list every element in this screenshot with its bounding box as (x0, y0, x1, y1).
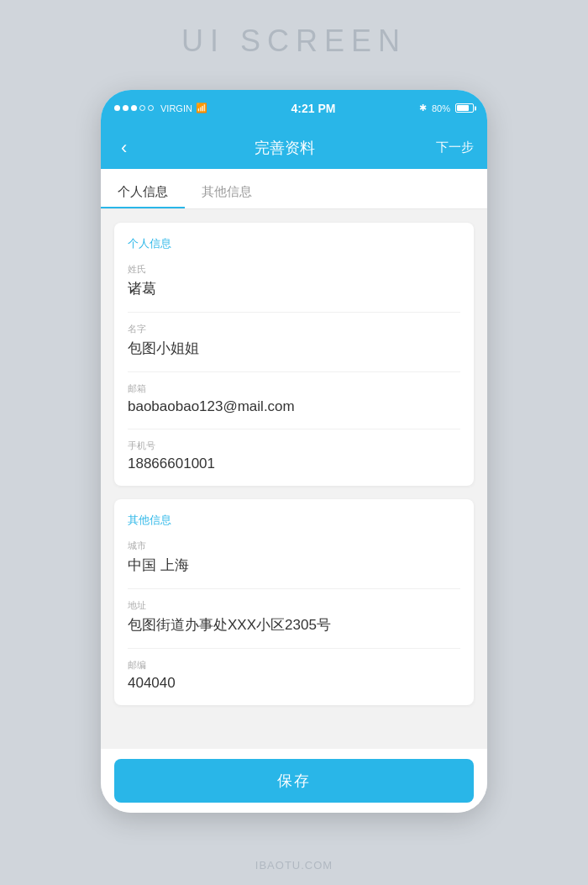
content-area: 个人信息 姓氏 诸葛 名字 包图小姐姐 邮箱 baobaobao123@mail… (101, 209, 487, 749)
bottom-label: IBAOTU.COM (255, 859, 333, 872)
field-zipcode-label: 邮编 (128, 659, 460, 672)
next-button[interactable]: 下一步 (436, 140, 474, 155)
tab-personal-info[interactable]: 个人信息 (101, 176, 185, 208)
field-phone-value: 18866601001 (128, 456, 460, 472)
field-surname: 姓氏 诸葛 (128, 263, 460, 298)
phone-frame: VIRGIN 📶 4:21 PM ✱ 80% ‹ 完善资料 下一步 个人信息 其… (101, 90, 487, 813)
personal-info-card: 个人信息 姓氏 诸葛 名字 包图小姐姐 邮箱 baobaobao123@mail… (114, 223, 474, 486)
other-info-card: 其他信息 城市 中国 上海 地址 包图街道办事处XXX小区2305号 邮编 40… (114, 499, 474, 705)
field-name-value: 包图小姐姐 (128, 339, 460, 358)
field-address-value: 包图街道办事处XXX小区2305号 (128, 615, 460, 635)
field-surname-value: 诸葛 (128, 279, 460, 298)
battery-icon (455, 103, 474, 113)
field-name-label: 名字 (128, 323, 460, 335)
save-button[interactable]: 保存 (114, 759, 474, 803)
bluetooth-icon: ✱ (419, 103, 427, 113)
field-email: 邮箱 baobaobao123@mail.com (128, 382, 460, 415)
field-city: 城市 中国 上海 (128, 540, 460, 575)
status-bar: VIRGIN 📶 4:21 PM ✱ 80% (101, 90, 487, 127)
battery-percent: 80% (432, 103, 450, 113)
save-area: 保存 (101, 749, 487, 813)
field-zipcode-value: 404040 (128, 675, 460, 692)
nav-bar: ‹ 完善资料 下一步 (101, 127, 487, 169)
field-phone-label: 手机号 (128, 440, 460, 452)
back-button[interactable]: ‹ (114, 134, 134, 162)
carrier-label: VIRGIN (160, 103, 192, 113)
page-label: UI SCREEN (181, 24, 407, 59)
tab-other-info[interactable]: 其他信息 (185, 176, 269, 208)
tab-bar: 个人信息 其他信息 (101, 169, 487, 209)
status-time: 4:21 PM (291, 102, 335, 115)
field-email-label: 邮箱 (128, 382, 460, 395)
wifi-icon: 📶 (196, 103, 207, 113)
field-address: 地址 包图街道办事处XXX小区2305号 (128, 599, 460, 635)
other-section-title: 其他信息 (128, 513, 460, 528)
personal-section-title: 个人信息 (128, 236, 460, 251)
field-phone: 手机号 18866601001 (128, 440, 460, 472)
field-email-value: baobaobao123@mail.com (128, 398, 460, 415)
field-address-label: 地址 (128, 599, 460, 612)
field-name: 名字 包图小姐姐 (128, 323, 460, 358)
nav-title: 完善资料 (255, 138, 315, 158)
field-city-label: 城市 (128, 540, 460, 552)
field-surname-label: 姓氏 (128, 263, 460, 276)
field-zipcode: 邮编 404040 (128, 659, 460, 692)
field-city-value: 中国 上海 (128, 556, 460, 575)
